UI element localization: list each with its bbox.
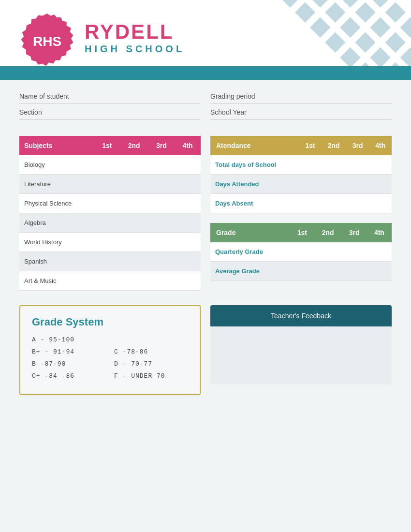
subject-grade-2[interactable] [120, 175, 148, 194]
att-val-1[interactable] [299, 175, 322, 194]
subject-grade-3[interactable] [148, 252, 175, 271]
grade-scale-left: C+ -84 -86 [32, 372, 100, 380]
grading-period-field: Grading period [210, 92, 392, 104]
table-row: Physical Science [19, 194, 201, 213]
grade-val-4[interactable] [367, 242, 392, 262]
subject-grade-4[interactable] [175, 252, 201, 271]
subjects-col3-header: 3rd [148, 136, 175, 155]
school-name-main: RYDELL [85, 20, 185, 44]
grade-table: Grade 1st 2nd 3rd 4th Quarterly Grade Av… [210, 223, 392, 281]
att-val-2[interactable] [321, 194, 346, 213]
subject-name: Spanish [19, 252, 94, 271]
teacher-feedback-container: Teacher's Feedback [210, 305, 392, 395]
teacher-feedback-header: Teacher's Feedback [210, 305, 392, 326]
grade-val-3[interactable] [341, 262, 367, 281]
subject-grade-1[interactable] [94, 233, 120, 252]
subjects-panel: Subjects 1st 2nd 3rd 4th Biology Literat… [19, 136, 201, 291]
subject-grade-3[interactable] [148, 155, 175, 175]
form-area: Name of student Section Grading period S… [0, 80, 411, 131]
header-teal-bar [0, 66, 411, 80]
subjects-col4-header: 4th [175, 136, 201, 155]
subject-grade-1[interactable] [94, 194, 120, 213]
subject-grade-1[interactable] [94, 155, 120, 175]
school-year-label: School Year [210, 108, 273, 116]
subject-grade-2[interactable] [120, 213, 148, 233]
att-val-4[interactable] [369, 194, 392, 213]
subject-grade-3[interactable] [148, 213, 175, 233]
grading-period-label: Grading period [210, 92, 273, 100]
att-label: Total days of School [210, 155, 299, 175]
list-item: B+ - 91-94C -78-86 [32, 348, 188, 355]
subject-grade-2[interactable] [120, 233, 148, 252]
section-field: Section [19, 108, 201, 120]
grade-scale-right: F - UNDER 70 [114, 372, 182, 380]
subject-grade-2[interactable] [120, 252, 148, 271]
grade-scale-left: A - 95-100 [32, 336, 100, 343]
subject-grade-1[interactable] [94, 271, 120, 291]
table-row: Days Attended [210, 175, 392, 194]
attendance-col3-header: 3rd [346, 136, 369, 155]
main-content: Subjects 1st 2nd 3rd 4th Biology Literat… [0, 131, 411, 300]
grade-val-2[interactable] [314, 242, 342, 262]
grade-val-3[interactable] [341, 242, 367, 262]
subject-grade-4[interactable] [175, 194, 201, 213]
att-val-1[interactable] [299, 155, 322, 175]
subjects-col1-header: 1st [94, 136, 120, 155]
att-label: Days Attended [210, 175, 299, 194]
subject-grade-3[interactable] [148, 194, 175, 213]
subject-grade-1[interactable] [94, 252, 120, 271]
school-year-input[interactable] [273, 108, 392, 117]
grade-val-2[interactable] [314, 262, 342, 281]
table-row: Total days of School [210, 155, 392, 175]
grade-val-1[interactable] [290, 262, 314, 281]
subject-grade-4[interactable] [175, 271, 201, 291]
grade-val-4[interactable] [367, 262, 392, 281]
grade-col1-header: 1st [290, 223, 314, 242]
subject-grade-4[interactable] [175, 155, 201, 175]
att-val-4[interactable] [369, 175, 392, 194]
grade-scale-left: B+ - 91-94 [32, 348, 100, 355]
att-label: Days Absent [210, 194, 299, 213]
att-val-3[interactable] [346, 155, 369, 175]
att-val-4[interactable] [369, 155, 392, 175]
grade-scale-rows: A - 95-100B+ - 91-94C -78-86B -87-90D - … [32, 336, 188, 380]
student-name-label: Name of student [19, 92, 82, 100]
logo-initials: RHS [33, 34, 61, 49]
subject-grade-2[interactable] [120, 194, 148, 213]
grade-label-header: Grade [210, 223, 290, 242]
header: RHS RYDELL HIGH SCHOOL [0, 0, 411, 80]
subject-grade-3[interactable] [148, 271, 175, 291]
table-row: Biology [19, 155, 201, 175]
school-year-field: School Year [210, 108, 392, 120]
teacher-feedback-body[interactable] [210, 326, 392, 384]
att-val-2[interactable] [321, 155, 346, 175]
attendance-col4-header: 4th [369, 136, 392, 155]
subject-grade-3[interactable] [148, 175, 175, 194]
att-val-3[interactable] [346, 175, 369, 194]
subject-name: Biology [19, 155, 94, 175]
att-val-3[interactable] [346, 194, 369, 213]
subject-grade-4[interactable] [175, 213, 201, 233]
subject-name: Literature [19, 175, 94, 194]
grade-label: Average Grade [210, 262, 290, 281]
subject-grade-1[interactable] [94, 213, 120, 233]
diamond-pattern [232, 0, 411, 70]
subject-grade-2[interactable] [120, 155, 148, 175]
att-val-2[interactable] [321, 175, 346, 194]
grade-col2-header: 2nd [314, 223, 342, 242]
subject-grade-4[interactable] [175, 233, 201, 252]
subject-grade-2[interactable] [120, 271, 148, 291]
att-val-1[interactable] [299, 194, 322, 213]
grading-period-input[interactable] [273, 92, 392, 101]
grade-val-1[interactable] [290, 242, 314, 262]
student-name-input[interactable] [82, 92, 201, 101]
subject-grade-1[interactable] [94, 175, 120, 194]
subject-grade-4[interactable] [175, 175, 201, 194]
subjects-col2-header: 2nd [120, 136, 148, 155]
grade-scale-left: B -87-90 [32, 360, 100, 368]
subjects-col-header: Subjects [19, 136, 94, 155]
subject-grade-3[interactable] [148, 233, 175, 252]
table-row: Algebra [19, 213, 201, 233]
section-input[interactable] [82, 108, 201, 117]
grade-system-title: Grade System [32, 316, 188, 328]
